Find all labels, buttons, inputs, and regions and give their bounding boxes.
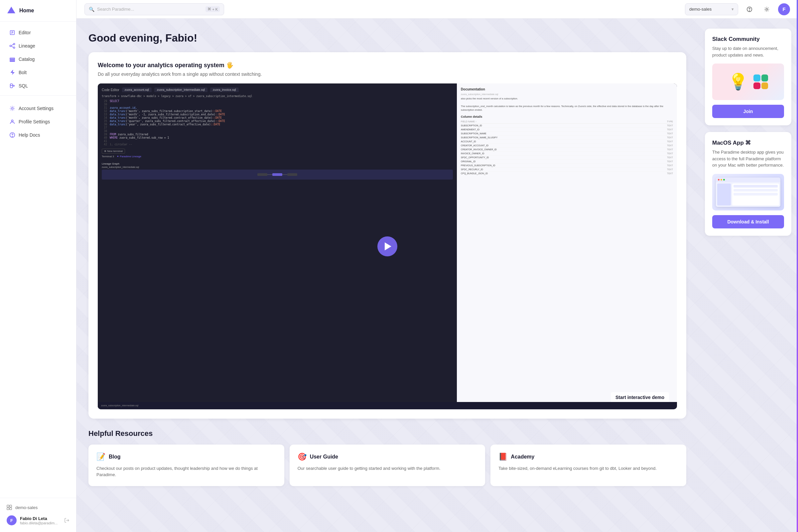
sidebar-item-catalog[interactable]: Catalog [3, 53, 74, 65]
svg-rect-19 [7, 508, 9, 510]
help-docs-label: Help Docs [19, 132, 40, 138]
code-tab-3: zuora_invoice.sql [210, 88, 239, 92]
sidebar-item-account-settings[interactable]: Account Settings [3, 102, 74, 115]
lineage-graph-section: Lineage Graph zuora_subscription_interme… [102, 160, 453, 179]
code-editor-panel: Code Editor zuora_account.sql zuora_subs… [98, 83, 457, 409]
logo[interactable]: Home [0, 0, 76, 22]
svg-rect-12 [10, 61, 15, 61]
svg-point-5 [10, 45, 11, 47]
code-line-9: 37 [102, 126, 453, 129]
sidebar-item-editor[interactable]: Editor [3, 26, 74, 39]
svg-marker-0 [7, 7, 15, 13]
slack-sq-1 [754, 75, 760, 81]
sidebar-item-sql[interactable]: SQL [3, 79, 74, 92]
svg-point-7 [13, 47, 15, 49]
svg-rect-28 [272, 173, 282, 176]
code-line-14: 42), circular -- [102, 143, 453, 146]
logout-icon[interactable] [64, 518, 70, 523]
sidebar-item-profile-settings[interactable]: Profile Settings [3, 115, 74, 128]
editor-title: Code Editor [102, 88, 119, 92]
lineage-viz [102, 170, 453, 179]
resource-card-blog[interactable]: 📝 Blog Checkout our posts on product upd… [89, 444, 284, 486]
lineage-tab[interactable]: ✦ Paradime Lineage [117, 155, 141, 158]
minimize-dot [721, 179, 722, 180]
col-row-4: SUBSCRIPTION_NAME_SLUGIFYTEXT [461, 136, 673, 140]
col-row-1: SUBSCRIPTION_IDTEXT [461, 124, 673, 128]
download-install-button[interactable]: Download & Install [712, 215, 784, 228]
resource-card-guide[interactable]: 🎯 User Guide Our searchable user guide t… [290, 444, 486, 486]
terminal-tabs: Terminal 3 ✦ Paradime Lineage [102, 155, 453, 158]
col-row-6: CREATOR_ACCOUNT_IDTEXT [461, 144, 673, 148]
sidebar-nav: Editor Lineage Catalog Bolt [0, 22, 76, 498]
code-line-12: 40WHERE zuora_subs_filtered.sub_row = 1 [102, 136, 453, 139]
doc-panel: Documentation zuora_subscription_interme… [457, 83, 677, 409]
doc-title: Documentation [461, 88, 673, 91]
macos-card: MacOS App ⌘ The Paradime desktop app giv… [705, 132, 791, 236]
greeting-heading: Good evening, Fabio! [89, 32, 686, 44]
svg-point-24 [766, 8, 767, 10]
col-row-2: AMENDMENT_IDTEXT [461, 128, 673, 132]
demo-label[interactable]: Start interactive demo [611, 392, 669, 403]
workspace-row: demo-sales [0, 502, 76, 513]
workspace-name: demo-sales [15, 505, 38, 510]
code-line-11: 39FROM zuora_subs_filtered [102, 133, 453, 136]
mock-bar-1 [734, 185, 778, 188]
column-details-title: Column details [461, 115, 673, 118]
mock-bar-2 [734, 189, 778, 191]
search-box[interactable]: 🔍 Search Paradime... ⌘ + K [84, 3, 224, 15]
code-line-5: 33data_trunc('month', -1, zuora_subs_fil… [102, 113, 453, 116]
macos-image [712, 174, 784, 210]
svg-rect-18 [10, 505, 12, 507]
user-name: Fabio Di Leta [20, 516, 61, 521]
sidebar-item-bolt[interactable]: Bolt [3, 66, 74, 79]
resource-card-academy[interactable]: 📕 Academy Take bite-sized, on-demand eLe… [491, 444, 686, 486]
code-line-10: 38 [102, 130, 453, 133]
sidebar-item-help-docs[interactable]: Help Docs [3, 129, 74, 141]
blog-title: Blog [109, 454, 121, 460]
sidebar-bottom: demo-sales F Fabio Di Leta fabio.dileta@… [0, 498, 76, 532]
col-row-5: ACCOUNT_IDTEXT [461, 140, 673, 144]
mock-bar-3 [734, 193, 778, 195]
sql-label: SQL [19, 83, 28, 89]
svg-point-13 [11, 108, 13, 109]
search-icon: 🔍 [89, 7, 94, 12]
user-avatar-topbar[interactable]: F [778, 3, 790, 15]
slack-join-button[interactable]: Join [712, 105, 784, 118]
user-row[interactable]: F Fabio Di Leta fabio.dileta@paradim... [0, 513, 76, 528]
content-main: Good evening, Fabio! Welcome to your ana… [76, 19, 698, 532]
workspace-selector[interactable]: demo-sales ▾ [685, 3, 738, 15]
code-line-13: 41 [102, 140, 453, 142]
search-placeholder: Search Paradime... [97, 7, 203, 12]
slack-title: Slack Community [712, 36, 784, 42]
catalog-label: Catalog [19, 57, 35, 62]
academy-title: Academy [511, 454, 534, 460]
svg-rect-20 [10, 508, 12, 510]
sidebar-item-lineage[interactable]: Lineage [3, 40, 74, 52]
workspace-selector-label: demo-sales [689, 7, 711, 12]
lineage-filename: zuora_subscription_intermediate.sql [102, 166, 453, 168]
terminal-3-tab[interactable]: Terminal 3 [102, 155, 114, 158]
slack-sq-2 [761, 75, 768, 81]
guide-title: User Guide [310, 454, 338, 460]
browser-bar [716, 177, 780, 182]
expand-dot [723, 179, 725, 180]
svg-line-8 [11, 44, 13, 46]
blog-desc: Checkout our posts on product updates, t… [96, 465, 276, 478]
svg-point-14 [11, 120, 13, 122]
help-button[interactable] [743, 3, 756, 15]
new-terminal-btn[interactable]: ⊕ New terminal [102, 149, 125, 154]
guide-header: 🎯 User Guide [298, 453, 477, 461]
chevron-down-icon: ▾ [732, 7, 734, 12]
browser-mockup [716, 177, 780, 207]
content-area: Good evening, Fabio! Welcome to your ana… [76, 19, 798, 532]
status-file: zuora_subscription_intermediate.sql [101, 404, 138, 407]
macos-title: MacOS App ⌘ [712, 139, 784, 146]
col-row-12: SFDC_RECURLY_IDTEXT [461, 168, 673, 172]
academy-desc: Take bite-sized, on-demand eLearning cou… [498, 465, 678, 472]
code-line-2: 30 [102, 103, 453, 106]
settings-button[interactable] [761, 3, 773, 15]
academy-icon: 📕 [498, 453, 507, 461]
play-button[interactable] [377, 236, 397, 256]
user-email: fabio.dileta@paradim... [20, 521, 61, 525]
col-row-11: PREVIOUS_SUBSCRIPTION_IDTEXT [461, 164, 673, 168]
